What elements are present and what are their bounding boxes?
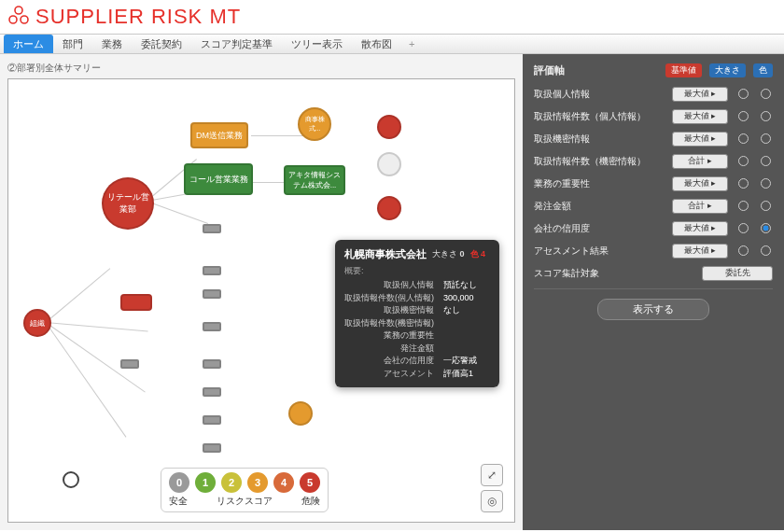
color-radio[interactable] bbox=[761, 111, 771, 121]
expand-icon[interactable]: ⤢ bbox=[481, 464, 503, 486]
axis-row: 発注金額合計 ▸ bbox=[534, 199, 773, 214]
node-tooltip: 札幌商事株式会社 大きさ 0 色 4 概要: 取扱個人情報預託なし取扱情報件数(… bbox=[335, 240, 499, 387]
axis-name: 取扱情報件数（機密情報） bbox=[534, 155, 665, 168]
legend-right: 危険 bbox=[301, 495, 320, 508]
node-branch-2[interactable] bbox=[120, 294, 152, 311]
show-button[interactable]: 表示する bbox=[597, 299, 709, 320]
size-radio[interactable] bbox=[738, 111, 749, 121]
axis-row: 取扱情報件数（機密情報）合計 ▸ bbox=[534, 154, 773, 169]
axis-select[interactable]: 最大値 ▸ bbox=[672, 244, 728, 259]
axis-select[interactable]: 最大値 ▸ bbox=[672, 109, 728, 124]
tooltip-row: 取扱情報件数(機密情報) bbox=[344, 317, 490, 330]
node-akita[interactable]: アキタ情報システム株式会... bbox=[284, 165, 345, 195]
axis-select[interactable]: 合計 ▸ bbox=[672, 199, 728, 214]
color-radio[interactable] bbox=[761, 245, 771, 256]
tooltip-summary-label: 概要: bbox=[344, 265, 490, 277]
color-radio[interactable] bbox=[761, 89, 771, 99]
tab-department[interactable]: 部門 bbox=[53, 35, 92, 53]
tab-scatter[interactable]: 散布図 bbox=[352, 35, 401, 53]
axis-row: 会社の信用度最大値 ▸ bbox=[534, 221, 773, 236]
axis-row: 取扱機密情報最大値 ▸ bbox=[534, 132, 773, 147]
node-stub-6[interactable] bbox=[203, 359, 221, 369]
tab-business[interactable]: 業務 bbox=[92, 35, 132, 53]
node-stub-1[interactable] bbox=[203, 224, 221, 233]
axis-row: 取扱個人情報最大値 ▸ bbox=[534, 87, 773, 102]
axis-name: アセスメント結果 bbox=[534, 245, 665, 258]
canvas-title: ②部署別全体サマリー bbox=[7, 62, 515, 75]
tab-contract[interactable]: 委託契約 bbox=[132, 35, 191, 53]
tab-home[interactable]: ホーム bbox=[4, 35, 53, 53]
node-stub-4[interactable] bbox=[203, 322, 221, 331]
node-retail[interactable]: リテール営業部 bbox=[102, 177, 154, 230]
color-radio[interactable] bbox=[761, 178, 771, 189]
node-generic-1[interactable] bbox=[377, 115, 401, 139]
axis-row: 取扱情報件数（個人情報）最大値 ▸ bbox=[534, 109, 773, 124]
svg-point-2 bbox=[21, 16, 28, 23]
tooltip-row: 会社の信用度一応警戒 bbox=[344, 355, 490, 368]
axis-row: アセスメント結果最大値 ▸ bbox=[534, 244, 773, 259]
tree-canvas[interactable]: 組織 リテール営業部 DM送信業務 コール営業業務 商事株式... アキタ情報シ… bbox=[7, 78, 515, 523]
node-stub-3[interactable] bbox=[203, 289, 221, 299]
tooltip-title: 札幌商事株式会社 bbox=[344, 247, 427, 261]
tooltip-color: 色 4 bbox=[470, 248, 486, 260]
node-call[interactable]: コール営業業務 bbox=[184, 163, 253, 195]
node-root[interactable]: 組織 bbox=[23, 309, 51, 337]
axis-name: 取扱情報件数（個人情報） bbox=[534, 110, 665, 123]
header: SUPPLIER RISK MT bbox=[0, 0, 784, 34]
legend-dot-3: 3 bbox=[247, 472, 268, 493]
node-stub-9[interactable] bbox=[203, 443, 221, 453]
size-radio[interactable] bbox=[738, 133, 749, 144]
legend-dot-5: 5 bbox=[300, 472, 320, 493]
tooltip-row: 発注金額 bbox=[344, 343, 490, 356]
node-generic-3[interactable] bbox=[377, 196, 401, 220]
size-radio[interactable] bbox=[738, 223, 749, 233]
node-stub-5[interactable] bbox=[120, 359, 139, 369]
tab-add-icon[interactable]: + bbox=[401, 35, 422, 53]
target-icon[interactable]: ◎ bbox=[481, 490, 503, 512]
svg-point-1 bbox=[9, 16, 17, 23]
size-radio[interactable] bbox=[738, 89, 749, 99]
axis-select[interactable]: 最大値 ▸ bbox=[672, 87, 728, 102]
size-radio[interactable] bbox=[738, 156, 749, 166]
color-radio[interactable] bbox=[761, 223, 771, 233]
axis-select[interactable]: 最大値 ▸ bbox=[672, 176, 728, 191]
axis-select[interactable]: 最大値 ▸ bbox=[672, 132, 728, 147]
aggregate-select[interactable]: 委託先 bbox=[702, 266, 773, 281]
axis-row: 業務の重要性最大値 ▸ bbox=[534, 176, 773, 191]
tooltip-row: アセスメント評価高1 bbox=[344, 368, 490, 381]
node-generic-2[interactable] bbox=[377, 152, 401, 176]
tab-criteria[interactable]: スコア判定基準 bbox=[191, 35, 282, 53]
header-size: 大きさ bbox=[709, 63, 746, 77]
axis-select[interactable]: 最大値 ▸ bbox=[672, 221, 728, 236]
node-orange-1[interactable] bbox=[288, 401, 313, 426]
node-hollow[interactable] bbox=[63, 471, 79, 488]
tab-tree[interactable]: ツリー表示 bbox=[282, 35, 352, 53]
color-radio[interactable] bbox=[761, 133, 771, 144]
axis-name: 業務の重要性 bbox=[534, 177, 665, 190]
node-stub-7[interactable] bbox=[203, 387, 221, 397]
size-radio[interactable] bbox=[738, 201, 749, 211]
legend-dot-4: 4 bbox=[273, 472, 294, 493]
legend-left: 安全 bbox=[169, 495, 188, 508]
color-radio[interactable] bbox=[761, 201, 771, 211]
nav-controls: ⤢ ◎ bbox=[481, 464, 503, 512]
tooltip-row: 取扱情報件数(個人情報)300,000 bbox=[344, 292, 490, 305]
node-dm[interactable]: DM送信業務 bbox=[190, 122, 248, 148]
axis-name: 取扱機密情報 bbox=[534, 133, 665, 146]
node-stub-8[interactable] bbox=[203, 415, 221, 425]
logo-icon bbox=[7, 5, 30, 29]
legend-dot-1: 1 bbox=[195, 472, 216, 493]
axis-name: 発注金額 bbox=[534, 200, 665, 213]
header-color: 色 bbox=[753, 63, 773, 77]
axis-select[interactable]: 合計 ▸ bbox=[672, 154, 728, 169]
tooltip-row: 取扱個人情報預託なし bbox=[344, 279, 490, 292]
size-radio[interactable] bbox=[738, 245, 749, 256]
tabbar: ホーム 部門 業務 委託契約 スコア判定基準 ツリー表示 散布図 + bbox=[0, 34, 784, 54]
app-title: SUPPLIER RISK MT bbox=[35, 5, 241, 29]
color-radio[interactable] bbox=[761, 156, 771, 166]
node-shoji[interactable]: 商事株式... bbox=[298, 107, 331, 141]
legend-dot-0: 0 bbox=[169, 472, 189, 493]
size-radio[interactable] bbox=[738, 178, 749, 189]
legend-center: リスクスコア bbox=[217, 495, 273, 508]
node-stub-2[interactable] bbox=[203, 266, 221, 275]
